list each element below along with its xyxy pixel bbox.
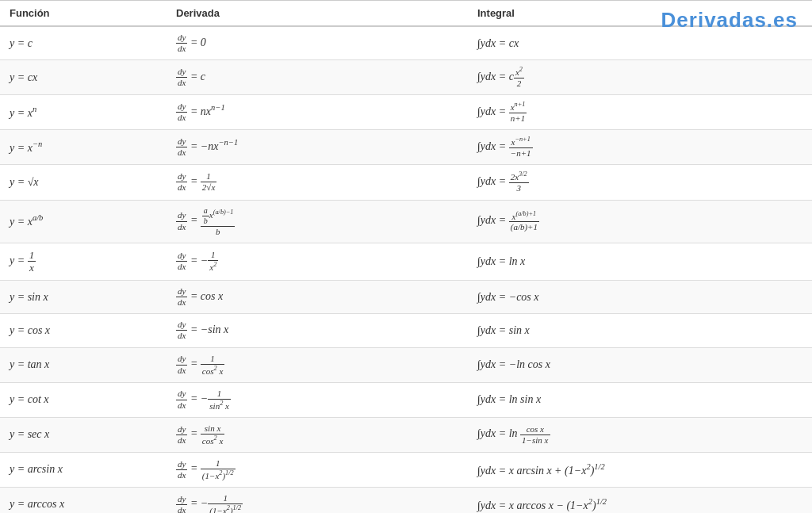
cell-integral: ∫ydx = ln sin x xyxy=(468,382,812,417)
table-row: y = arcsin xdydx = 1(1−x2)1/2∫ydx = x ar… xyxy=(0,452,812,487)
table-row: y = cxdydx = c∫ydx = cx22 xyxy=(0,60,812,95)
table-row: y = arccos xdydx = −1(1−x2)1/2∫ydx = x a… xyxy=(0,487,812,513)
cell-funcion: y = c xyxy=(0,26,167,60)
table-row: y = sin xdydx = cos x∫ydx = −cos x xyxy=(0,280,812,313)
cell-funcion: y = sin x xyxy=(0,280,167,313)
cell-integral: ∫ydx = x arccos x − (1−x2)1/2 xyxy=(468,487,812,513)
cell-derivada: dydx = abx(a/b)−1b xyxy=(167,200,468,243)
cell-funcion: y = cot x xyxy=(0,382,167,417)
cell-funcion: y = arccos x xyxy=(0,487,167,513)
cell-derivada: dydx = −nx−n−1 xyxy=(167,130,468,165)
cell-derivada: dydx = 1cos2 x xyxy=(167,347,468,382)
cell-funcion: y = cos x xyxy=(0,314,167,347)
cell-integral: ∫ydx = 2x3/23 xyxy=(468,165,812,200)
cell-funcion: y = cx xyxy=(0,60,167,95)
cell-integral: ∫ydx = ln cos x1−sin x xyxy=(468,417,812,452)
table-row: y = cot xdydx = −1sin2 x∫ydx = ln sin x xyxy=(0,382,812,417)
cell-derivada: dydx = −sin x xyxy=(167,314,468,347)
cell-funcion: y = x−n xyxy=(0,130,167,165)
cell-derivada: dydx = c xyxy=(167,60,468,95)
math-table: Función Derivada Integral y = cdydx = 0∫… xyxy=(0,0,812,513)
cell-integral: ∫ydx = xn+1n+1 xyxy=(468,95,812,130)
cell-integral: ∫ydx = ln x xyxy=(468,243,812,280)
header-funcion: Función xyxy=(0,1,167,27)
site-title: Derivadas.es xyxy=(661,8,798,33)
table-row: y = 1xdydx = −1x2∫ydx = ln x xyxy=(0,243,812,280)
cell-derivada: dydx = cos x xyxy=(167,280,468,313)
cell-integral: ∫ydx = −ln cos x xyxy=(468,347,812,382)
table-row: y = sec xdydx = sin xcos2 x∫ydx = ln cos… xyxy=(0,417,812,452)
table-row: y = xndydx = nxn−1∫ydx = xn+1n+1 xyxy=(0,95,812,130)
table-row: y = x−ndydx = −nx−n−1∫ydx = x−n+1−n+1 xyxy=(0,130,812,165)
cell-funcion: y = xa/b xyxy=(0,200,167,243)
cell-integral: ∫ydx = x−n+1−n+1 xyxy=(468,130,812,165)
cell-integral: ∫ydx = cx22 xyxy=(468,60,812,95)
table-row: y = cos xdydx = −sin x∫ydx = sin x xyxy=(0,314,812,347)
table-row: y = √xdydx = 12√x∫ydx = 2x3/23 xyxy=(0,165,812,200)
cell-derivada: dydx = nxn−1 xyxy=(167,95,468,130)
cell-funcion: y = xn xyxy=(0,95,167,130)
header-derivada: Derivada xyxy=(167,1,468,27)
cell-funcion: y = arcsin x xyxy=(0,452,167,487)
page-wrapper: Derivadas.es Función Derivada Integral y… xyxy=(0,0,812,513)
table-row: y = xa/bdydx = abx(a/b)−1b∫ydx = x(a/b)+… xyxy=(0,200,812,243)
cell-integral: ∫ydx = sin x xyxy=(468,314,812,347)
cell-integral: ∫ydx = −cos x xyxy=(468,280,812,313)
cell-derivada: dydx = 1(1−x2)1/2 xyxy=(167,452,468,487)
cell-funcion: y = 1x xyxy=(0,243,167,280)
cell-funcion: y = tan x xyxy=(0,347,167,382)
cell-derivada: dydx = −1x2 xyxy=(167,243,468,280)
table-row: y = tan xdydx = 1cos2 x∫ydx = −ln cos x xyxy=(0,347,812,382)
cell-derivada: dydx = −1sin2 x xyxy=(167,382,468,417)
cell-integral: ∫ydx = x(a/b)+1(a/b)+1 xyxy=(468,200,812,243)
cell-integral: ∫ydx = x arcsin x + (1−x2)1/2 xyxy=(468,452,812,487)
cell-derivada: dydx = sin xcos2 x xyxy=(167,417,468,452)
cell-funcion: y = √x xyxy=(0,165,167,200)
cell-funcion: y = sec x xyxy=(0,417,167,452)
cell-derivada: dydx = 0 xyxy=(167,26,468,60)
cell-derivada: dydx = −1(1−x2)1/2 xyxy=(167,487,468,513)
cell-derivada: dydx = 12√x xyxy=(167,165,468,200)
